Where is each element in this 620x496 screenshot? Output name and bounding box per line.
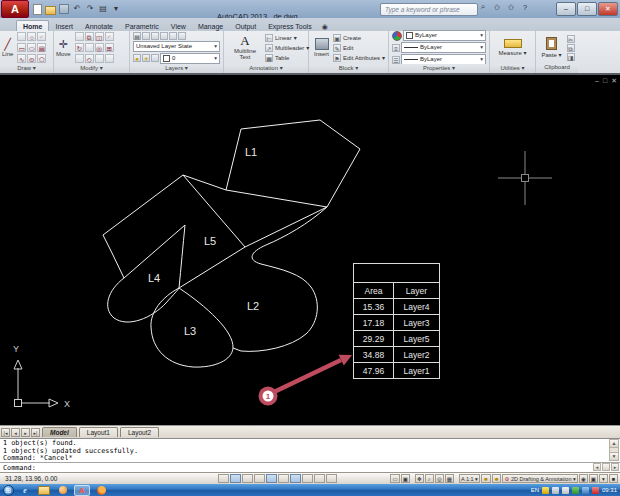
tab-manage[interactable]: Manage bbox=[192, 21, 229, 31]
explode-icon[interactable] bbox=[95, 54, 104, 63]
layer-properties-icon[interactable]: ▤ bbox=[133, 32, 141, 40]
table-header-area[interactable]: Area bbox=[354, 283, 394, 298]
layout-nav-prev-icon[interactable]: ◂ bbox=[11, 428, 20, 437]
table-cell-layer[interactable]: Layer4 bbox=[394, 299, 439, 314]
shape-long-diagonal[interactable] bbox=[179, 207, 327, 288]
panel-label-properties[interactable]: Properties ▾ bbox=[389, 64, 489, 73]
lwt-toggle[interactable] bbox=[326, 474, 337, 483]
cleanscreen-icon[interactable]: ■ bbox=[609, 474, 618, 483]
drawing-restore-icon[interactable]: □ bbox=[603, 77, 607, 85]
scroll-right-icon[interactable]: ▸ bbox=[611, 463, 619, 471]
dyn-toggle[interactable] bbox=[314, 474, 325, 483]
panel-label-draw[interactable]: Draw ▾ bbox=[0, 64, 53, 73]
open-icon[interactable] bbox=[45, 6, 56, 15]
hardware-acceleration-icon[interactable]: ▣ bbox=[589, 474, 598, 483]
search-icon[interactable]: ⌕ bbox=[478, 2, 488, 12]
spline-icon[interactable]: ∿ bbox=[17, 54, 26, 63]
redo-icon[interactable]: ↷ bbox=[85, 4, 95, 14]
quick-view-layouts-button[interactable]: ▣ bbox=[401, 474, 410, 483]
toolbar-lock-icon[interactable]: ◉ bbox=[579, 474, 588, 483]
model-space-button[interactable]: ▭ bbox=[390, 474, 399, 483]
offset-icon[interactable]: ◎ bbox=[95, 43, 104, 52]
linear-dimension-button[interactable]: ⊢Linear▾ bbox=[265, 34, 309, 42]
copy-icon[interactable]: ⧉ bbox=[85, 32, 94, 41]
arc-icon[interactable]: ◜ bbox=[37, 32, 46, 41]
erase-icon[interactable] bbox=[75, 32, 84, 41]
mirror-icon[interactable]: ◫ bbox=[95, 32, 104, 41]
edit-block-button[interactable]: ✎Edit bbox=[333, 44, 385, 52]
measure-button[interactable]: Measure ▾ bbox=[496, 39, 528, 56]
ellipse-icon[interactable]: ⬭ bbox=[27, 43, 36, 52]
panel-label-utilities[interactable]: Utilities ▾ bbox=[490, 64, 535, 73]
layout-nav-first-icon[interactable]: |◂ bbox=[1, 428, 10, 437]
start-button[interactable]: ⊞ bbox=[3, 485, 14, 496]
scroll-thumb[interactable] bbox=[602, 463, 610, 471]
label-l4[interactable]: L4 bbox=[148, 272, 160, 284]
command-scrollbar[interactable]: ▲ ▼ bbox=[609, 439, 619, 461]
multileader-button[interactable]: ↗Multileader▾ bbox=[265, 44, 309, 52]
tab-layout2[interactable]: Layout2 bbox=[120, 427, 159, 437]
layer-off-icon[interactable] bbox=[142, 32, 150, 40]
tab-model[interactable]: Model bbox=[42, 427, 77, 437]
qat-customize-icon[interactable]: ▾ bbox=[111, 4, 121, 14]
tab-home[interactable]: Home bbox=[16, 20, 49, 31]
scroll-up-icon[interactable]: ▲ bbox=[610, 440, 618, 448]
table-cell-layer[interactable]: Layer2 bbox=[394, 347, 439, 362]
stretch-icon[interactable] bbox=[75, 54, 84, 63]
layout-nav-next-icon[interactable]: ▸ bbox=[21, 428, 30, 437]
sun-icon[interactable]: ☀ bbox=[142, 54, 150, 62]
table-header-layer[interactable]: Layer bbox=[394, 283, 439, 298]
table-cell-layer[interactable]: Layer3 bbox=[394, 315, 439, 330]
edit-polyline-icon[interactable] bbox=[105, 54, 114, 63]
tab-layout1[interactable]: Layout1 bbox=[79, 427, 118, 437]
polygon-icon[interactable]: ⬠ bbox=[37, 54, 46, 63]
scale-icon[interactable]: ◇ bbox=[85, 54, 94, 63]
point-icon[interactable]: ⊙ bbox=[27, 54, 36, 63]
plot-icon[interactable]: ▤ bbox=[98, 4, 108, 14]
label-l5[interactable]: L5 bbox=[204, 235, 216, 247]
scroll-left-icon[interactable]: ◂ bbox=[593, 463, 601, 471]
layer-dropdown[interactable]: 0 ▾ bbox=[160, 53, 220, 64]
taskbar-autocad-icon[interactable]: A bbox=[74, 485, 90, 496]
osnap-toggle[interactable] bbox=[278, 474, 289, 483]
workspace-switcher[interactable]: ⚙ 2D Drafting & Annotation ▾ bbox=[502, 474, 577, 483]
polar-toggle[interactable] bbox=[266, 474, 277, 483]
tab-express-tools[interactable]: Express Tools bbox=[262, 21, 317, 31]
shape-l4-teardrop[interactable] bbox=[108, 225, 185, 322]
printer-icon[interactable] bbox=[552, 487, 559, 494]
application-menu-button[interactable]: A bbox=[1, 0, 29, 18]
match-properties-icon[interactable]: ◨ bbox=[567, 53, 575, 61]
circle-icon[interactable]: ○ bbox=[27, 32, 36, 41]
taskbar-ie-icon[interactable]: e bbox=[17, 485, 33, 496]
minimize-button[interactable]: – bbox=[556, 2, 576, 16]
move-button[interactable]: ✛ Move bbox=[54, 38, 73, 57]
infocenter-search-input[interactable]: Type a keyword or phrase bbox=[380, 3, 478, 16]
annotation-scale-button[interactable]: A 1:1 ▾ bbox=[459, 474, 480, 483]
rotate-icon[interactable]: ↻ bbox=[75, 43, 84, 52]
network-icon[interactable] bbox=[582, 487, 589, 494]
coordinate-readout[interactable]: 31.28, 13.96, 0.00 bbox=[5, 475, 57, 482]
table-cell-area[interactable]: 34.88 bbox=[354, 347, 394, 362]
drawing-minimize-icon[interactable]: – bbox=[595, 77, 599, 85]
ribbon-options-icon[interactable]: ◉ bbox=[322, 23, 328, 31]
layer-freeze-icon[interactable] bbox=[160, 32, 168, 40]
annotation-visibility-icon[interactable]: ☻ bbox=[481, 474, 491, 483]
tab-view[interactable]: View bbox=[165, 21, 192, 31]
bulb-icon[interactable]: ● bbox=[133, 54, 141, 62]
drawing-close-icon[interactable]: ✕ bbox=[611, 77, 617, 85]
table-button[interactable]: ▦Table bbox=[265, 54, 309, 62]
volume-icon[interactable] bbox=[592, 487, 599, 494]
tab-insert[interactable]: Insert bbox=[49, 21, 79, 31]
fillet-icon[interactable]: ◜ bbox=[105, 32, 114, 41]
snap-toggle[interactable] bbox=[230, 474, 241, 483]
help-icon[interactable]: ? bbox=[520, 3, 530, 12]
object-color-icon[interactable] bbox=[392, 31, 402, 41]
showmotion-icon[interactable]: ▦ bbox=[445, 474, 454, 483]
polyline-icon[interactable] bbox=[17, 32, 26, 41]
pan-icon[interactable]: ✥ bbox=[415, 474, 424, 483]
zoom-icon[interactable]: ⌕ bbox=[425, 474, 434, 483]
panel-label-clipboard[interactable]: Clipboard bbox=[536, 64, 578, 73]
new-icon[interactable] bbox=[33, 4, 42, 15]
table-cell-area[interactable]: 15.36 bbox=[354, 299, 394, 314]
label-l1[interactable]: L1 bbox=[245, 146, 257, 158]
